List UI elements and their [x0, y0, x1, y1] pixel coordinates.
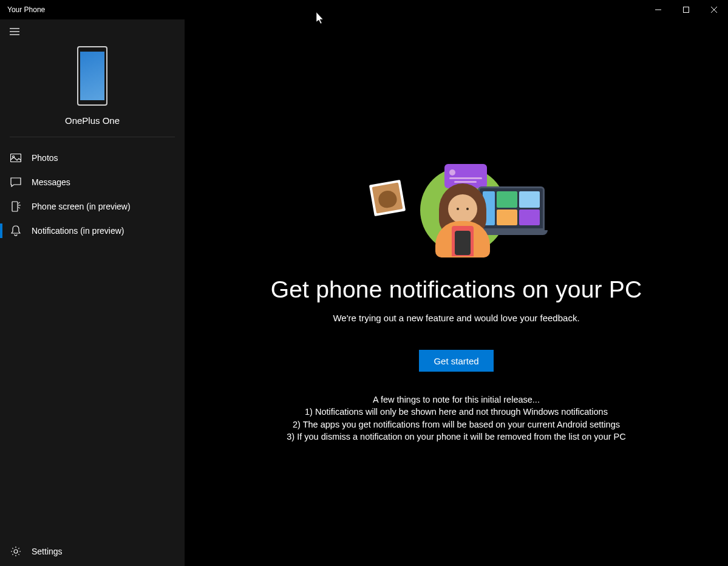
maximize-button[interactable] [672, 0, 700, 19]
sidebar-item-label: Notifications (in preview) [32, 226, 124, 236]
page-subheading: We're trying out a new feature and would… [333, 313, 579, 323]
app-title: Your Phone [7, 5, 45, 14]
hamburger-icon [10, 28, 19, 35]
phone-name-label: OnePlus One [65, 115, 120, 126]
close-icon [711, 7, 717, 13]
note-line: 2) The apps you get notifications from w… [287, 418, 626, 431]
sidebar: OnePlus One Photos Messages Phone scree [0, 19, 185, 566]
close-button[interactable] [700, 0, 728, 19]
minimize-icon [655, 7, 661, 13]
minimize-button[interactable] [644, 0, 672, 19]
sidebar-item-photos[interactable]: Photos [0, 146, 185, 170]
svg-rect-1 [684, 7, 689, 13]
maximize-icon [683, 7, 689, 13]
nav-list: Photos Messages Phone screen (in preview… [0, 146, 185, 243]
hamburger-button[interactable] [0, 19, 29, 44]
messages-icon [10, 176, 22, 188]
window-controls [644, 0, 728, 19]
notifications-icon [10, 225, 22, 237]
phone-illustration [77, 46, 107, 106]
photos-icon [10, 152, 22, 164]
titlebar: Your Phone [0, 0, 728, 19]
phone-preview: OnePlus One [0, 44, 185, 137]
notes-intro: A few things to note for this initial re… [287, 394, 626, 406]
sidebar-item-label: Messages [32, 177, 70, 187]
sidebar-item-notifications[interactable]: Notifications (in preview) [0, 219, 185, 243]
main-content: Get phone notifications on your PC We're… [185, 19, 728, 566]
note-line: 1) Notifications will only be shown here… [287, 406, 626, 418]
divider [10, 137, 175, 137]
svg-rect-9 [12, 202, 18, 211]
hero-illustration [366, 164, 548, 258]
get-started-button[interactable]: Get started [419, 350, 493, 372]
sidebar-item-settings[interactable]: Settings [0, 537, 185, 566]
sidebar-item-label: Phone screen (in preview) [32, 202, 131, 211]
svg-point-10 [14, 550, 18, 553]
sidebar-item-phone-screen[interactable]: Phone screen (in preview) [0, 194, 185, 219]
svg-rect-7 [11, 154, 21, 162]
note-line: 3) If you dismiss a notification on your… [287, 431, 626, 443]
sidebar-item-label: Photos [32, 153, 58, 163]
phone-screen-icon [10, 200, 22, 213]
release-notes: A few things to note for this initial re… [287, 394, 626, 443]
settings-label: Settings [32, 547, 63, 556]
sidebar-item-messages[interactable]: Messages [0, 170, 185, 194]
gear-icon [10, 545, 22, 557]
page-heading: Get phone notifications on your PC [271, 276, 642, 303]
